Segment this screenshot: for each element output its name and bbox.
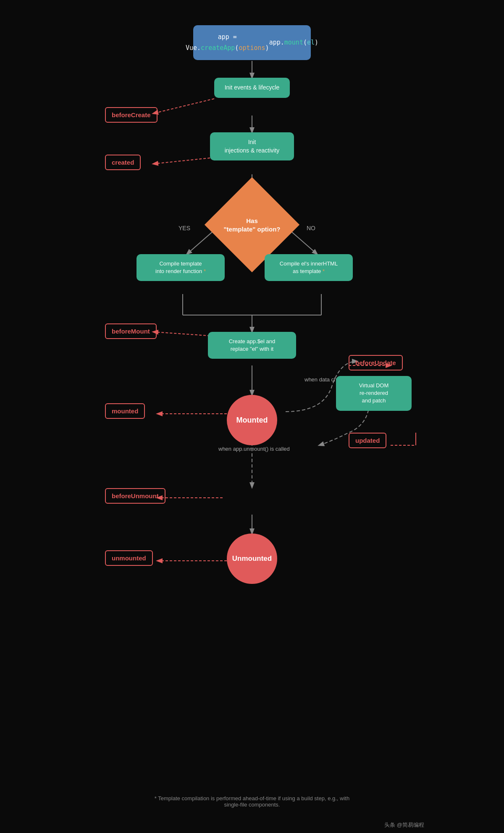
yes-label: YES (178, 225, 190, 231)
footer-note: * Template compilation is performed ahea… (147, 795, 357, 808)
virtual-dom-node: Virtual DOMre-renderedand patch (336, 376, 412, 411)
mounted-label: mounted (105, 403, 145, 419)
watermark: 头条 @简易编程 (384, 821, 424, 829)
create-app-el-text: Create app.$el andreplace "el" with it (229, 338, 276, 353)
before-update-label: beforeUpdate (349, 355, 403, 371)
app-init-node: app = Vue.createApp(options) app.mount(e… (193, 25, 311, 60)
unmounted-label: unmounted (105, 550, 153, 566)
init-events-text: Init events & lifecycle (225, 84, 280, 92)
compile-template-node: Compile templateinto render function * (136, 254, 225, 281)
compile-template-text: Compile templateinto render function * (155, 260, 206, 275)
before-mount-label: beforeMount (105, 323, 157, 339)
compile-inner-node: Compile el's innerHTMLas template * (265, 254, 353, 281)
has-template-diamond: Has"template" option? (218, 191, 286, 258)
no-label: NO (307, 225, 315, 231)
updated-label: updated (349, 433, 386, 448)
svg-line-3 (153, 158, 214, 164)
init-injections-text: Initinjections & reactivity (225, 138, 280, 155)
init-events-node: Init events & lifecycle (214, 78, 290, 98)
mounted-circle: Mounted (227, 395, 277, 445)
before-unmount-label: beforeUnmount (105, 488, 165, 504)
virtual-dom-text: Virtual DOMre-renderedand patch (359, 382, 389, 405)
before-create-label: beforeCreate (105, 107, 158, 123)
svg-line-1 (153, 99, 214, 113)
create-app-el-node: Create app.$el andreplace "el" with it (208, 332, 296, 359)
svg-line-12 (153, 332, 214, 336)
unmounted-circle: Unmounted (227, 533, 277, 584)
init-injections-node: Initinjections & reactivity (210, 132, 294, 160)
when-unmount-text: when app.unmount() is called (218, 445, 290, 453)
diamond-text: Has"template" option? (223, 217, 281, 233)
compile-inner-text: Compile el's innerHTMLas template * (280, 260, 338, 275)
diagram-container: app = Vue.createApp(options) app.mount(e… (71, 0, 433, 833)
created-label: created (105, 155, 141, 170)
